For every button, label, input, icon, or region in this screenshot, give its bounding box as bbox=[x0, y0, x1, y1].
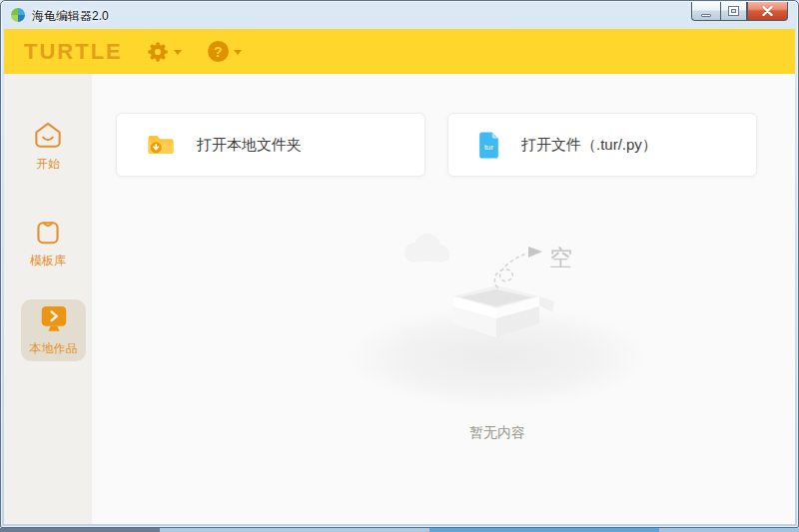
folder-download-icon bbox=[147, 133, 175, 157]
card-label: 打开本地文件夹 bbox=[197, 136, 302, 155]
dashed-path bbox=[494, 254, 526, 287]
window-controls bbox=[691, 2, 788, 21]
minimize-icon bbox=[701, 14, 711, 17]
help-icon: ? bbox=[208, 41, 229, 62]
app-body: 开始 模板库 本地作品 bbox=[4, 74, 795, 524]
sidebar-item-label: 本地作品 bbox=[30, 340, 78, 357]
chevron-down-icon bbox=[174, 50, 182, 59]
minimize-button[interactable] bbox=[691, 2, 720, 21]
main-content: 打开本地文件夹 tur 打开文件（.tur/.py） bbox=[92, 74, 795, 524]
brand-logo: TURTLE bbox=[24, 39, 123, 65]
empty-box-illustration: 空 bbox=[322, 226, 701, 420]
tur-badge-text: tur bbox=[484, 142, 493, 151]
sidebar: 开始 模板库 本地作品 bbox=[4, 74, 92, 524]
open-local-folder-button[interactable]: 打开本地文件夹 bbox=[116, 113, 425, 177]
home-icon bbox=[32, 120, 64, 151]
sidebar-item-local-works[interactable]: 本地作品 bbox=[21, 299, 86, 361]
app-logo-icon bbox=[10, 7, 26, 23]
sidebar-item-label: 模板库 bbox=[30, 253, 66, 269]
empty-message: 暂无内容 bbox=[348, 424, 647, 442]
open-file-button[interactable]: tur 打开文件（.tur/.py） bbox=[447, 113, 757, 177]
window-title: 海龟编辑器2.0 bbox=[32, 8, 109, 25]
sidebar-item-label: 开始 bbox=[36, 156, 60, 173]
app-header: TURTLE ? bbox=[4, 29, 795, 74]
card-label: 打开文件（.tur/.py） bbox=[521, 136, 657, 155]
bag-icon bbox=[32, 215, 64, 248]
close-icon bbox=[762, 6, 773, 16]
empty-marker-text: 空 bbox=[549, 245, 572, 270]
sidebar-item-start[interactable]: 开始 bbox=[4, 120, 92, 173]
app-window: 海龟编辑器2.0 TURTLE bbox=[0, 0, 799, 528]
arrow-icon bbox=[528, 247, 542, 258]
taskbar-sliver bbox=[0, 528, 799, 532]
close-button[interactable] bbox=[747, 2, 788, 21]
maximize-button[interactable] bbox=[720, 2, 747, 21]
cloud-icon bbox=[404, 234, 449, 263]
tur-file-icon: tur bbox=[478, 132, 499, 159]
gear-icon bbox=[147, 41, 169, 63]
help-menu[interactable]: ? bbox=[208, 41, 242, 62]
titlebar: 海龟编辑器2.0 bbox=[1, 1, 798, 29]
chevron-down-icon bbox=[234, 50, 242, 59]
settings-menu[interactable] bbox=[147, 41, 182, 63]
monitor-icon bbox=[37, 304, 71, 337]
screen: 海龟编辑器2.0 TURTLE bbox=[0, 0, 799, 532]
sidebar-item-templates[interactable]: 模板库 bbox=[4, 215, 92, 269]
restore-icon bbox=[729, 7, 738, 15]
